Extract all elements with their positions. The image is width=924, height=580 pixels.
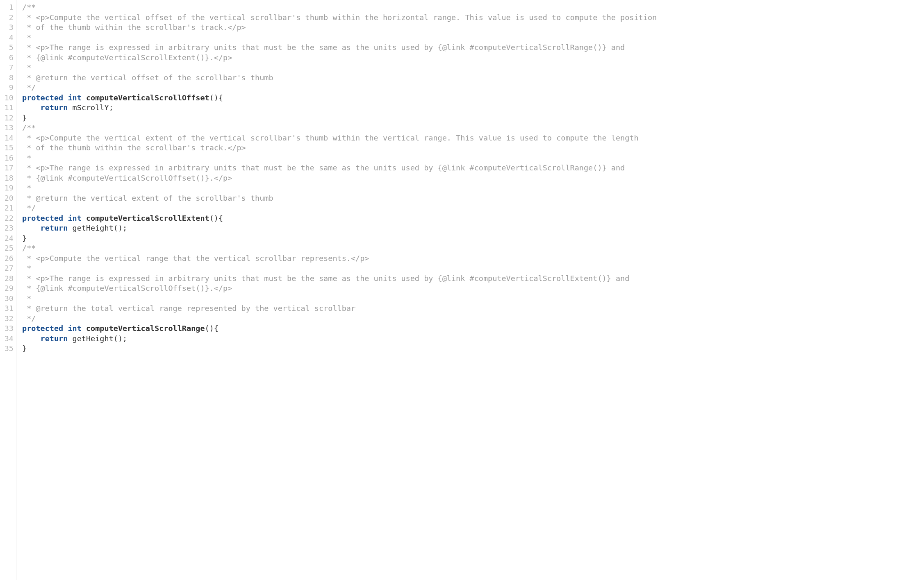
line-number: 8	[0, 73, 16, 83]
code-line[interactable]: * of the thumb within the scrollbar's tr…	[22, 143, 924, 153]
line-number: 35	[0, 344, 16, 354]
line-number: 30	[0, 294, 16, 304]
code-token	[82, 93, 86, 102]
line-number: 16	[0, 153, 16, 163]
code-line[interactable]: * @return the vertical offset of the scr…	[22, 73, 924, 83]
code-line[interactable]: * @return the vertical extent of the scr…	[22, 193, 924, 204]
line-number: 33	[0, 324, 16, 334]
code-token: }	[22, 113, 27, 122]
code-token: computeVerticalScrollExtent	[86, 214, 209, 222]
line-number: 14	[0, 133, 16, 143]
code-line[interactable]: return mScrollY;	[22, 103, 924, 113]
line-number: 31	[0, 304, 16, 314]
code-token: * @return the vertical offset of the scr…	[22, 73, 273, 82]
code-line[interactable]: }	[22, 233, 924, 244]
line-number: 3	[0, 23, 16, 33]
line-number: 18	[0, 173, 16, 184]
code-line[interactable]: protected int computeVerticalScrollOffse…	[22, 93, 924, 103]
code-token: */	[22, 314, 36, 323]
code-token: (){	[205, 324, 218, 333]
code-token: * {@link #computeVerticalScrollExtent()}…	[22, 53, 232, 62]
code-line[interactable]: * {@link #computeVerticalScrollOffset()}…	[22, 283, 924, 294]
code-line[interactable]: * <p>Compute the vertical range that the…	[22, 254, 924, 264]
code-token	[63, 214, 68, 222]
code-line[interactable]: *	[22, 63, 924, 73]
line-number: 9	[0, 83, 16, 93]
line-number: 1	[0, 2, 16, 13]
code-line[interactable]: * {@link #computeVerticalScrollExtent()}…	[22, 53, 924, 63]
code-token: /**	[22, 123, 36, 132]
code-line[interactable]: * <p>Compute the vertical offset of the …	[22, 13, 924, 23]
code-line[interactable]: *	[22, 33, 924, 43]
code-line[interactable]: }	[22, 344, 924, 354]
code-token: /**	[22, 3, 36, 11]
line-number: 12	[0, 113, 16, 123]
line-number: 15	[0, 143, 16, 153]
code-token: getHeight();	[68, 334, 127, 343]
code-token	[22, 224, 41, 232]
line-number: 25	[0, 243, 16, 254]
code-line[interactable]: *	[22, 153, 924, 163]
code-token: protected	[22, 93, 63, 102]
code-line[interactable]: return getHeight();	[22, 223, 924, 233]
code-line[interactable]: */	[22, 83, 924, 93]
code-token: (){	[209, 214, 223, 222]
line-number: 21	[0, 203, 16, 213]
code-token: computeVerticalScrollOffset	[86, 93, 209, 102]
line-number: 5	[0, 43, 16, 53]
code-line[interactable]: * <p>The range is expressed in arbitrary…	[22, 274, 924, 284]
code-token: * <p>Compute the vertical extent of the …	[22, 134, 639, 142]
code-token	[82, 214, 86, 222]
code-line[interactable]: * <p>The range is expressed in arbitrary…	[22, 163, 924, 173]
code-line[interactable]: /**	[22, 123, 924, 133]
code-line[interactable]: /**	[22, 2, 924, 13]
code-line[interactable]: protected int computeVerticalScrollRange…	[22, 324, 924, 334]
code-line[interactable]: /**	[22, 243, 924, 254]
line-number-gutter: 1234567891011121314151617181920212223242…	[0, 0, 16, 580]
line-number: 19	[0, 183, 16, 193]
line-number: 34	[0, 334, 16, 344]
code-line[interactable]: */	[22, 314, 924, 324]
line-number: 7	[0, 63, 16, 73]
code-token: *	[22, 264, 31, 272]
line-number: 28	[0, 274, 16, 284]
line-number: 26	[0, 254, 16, 264]
code-line[interactable]: *	[22, 263, 924, 274]
code-line[interactable]: }	[22, 113, 924, 123]
code-token: (){	[209, 93, 223, 102]
code-token: * <p>Compute the vertical range that the…	[22, 254, 369, 263]
code-token: *	[22, 63, 31, 72]
code-area[interactable]: /** * <p>Compute the vertical offset of …	[16, 0, 924, 580]
line-number: 11	[0, 103, 16, 113]
code-token: computeVerticalScrollRange	[86, 324, 205, 333]
code-token	[63, 93, 68, 102]
code-token: *	[22, 33, 31, 42]
code-token: * {@link #computeVerticalScrollOffset()}…	[22, 174, 232, 182]
code-line[interactable]: * of the thumb within the scrollbar's tr…	[22, 23, 924, 33]
code-token: return	[41, 103, 68, 112]
code-line[interactable]: *	[22, 183, 924, 193]
code-line[interactable]: * <p>The range is expressed in arbitrary…	[22, 43, 924, 53]
line-number: 17	[0, 163, 16, 173]
code-token: * @return the total vertical range repre…	[22, 304, 355, 313]
code-line[interactable]: protected int computeVerticalScrollExten…	[22, 213, 924, 224]
line-number: 13	[0, 123, 16, 133]
line-number: 32	[0, 314, 16, 324]
code-line[interactable]: * @return the total vertical range repre…	[22, 304, 924, 314]
code-token: /**	[22, 244, 36, 252]
code-token: * <p>The range is expressed in arbitrary…	[22, 274, 629, 283]
code-token: * <p>Compute the vertical offset of the …	[22, 13, 657, 22]
code-line[interactable]: * {@link #computeVerticalScrollOffset()}…	[22, 173, 924, 184]
code-line[interactable]: return getHeight();	[22, 334, 924, 344]
code-line[interactable]: *	[22, 294, 924, 304]
code-token: }	[22, 344, 27, 353]
line-number: 24	[0, 233, 16, 244]
code-token: return	[41, 224, 68, 232]
code-line[interactable]: * <p>Compute the vertical extent of the …	[22, 133, 924, 143]
code-token: int	[68, 324, 81, 333]
code-line[interactable]: */	[22, 203, 924, 213]
line-number: 22	[0, 213, 16, 224]
code-editor[interactable]: 1234567891011121314151617181920212223242…	[0, 0, 924, 580]
code-token: int	[68, 214, 81, 222]
code-token: return	[41, 334, 68, 343]
